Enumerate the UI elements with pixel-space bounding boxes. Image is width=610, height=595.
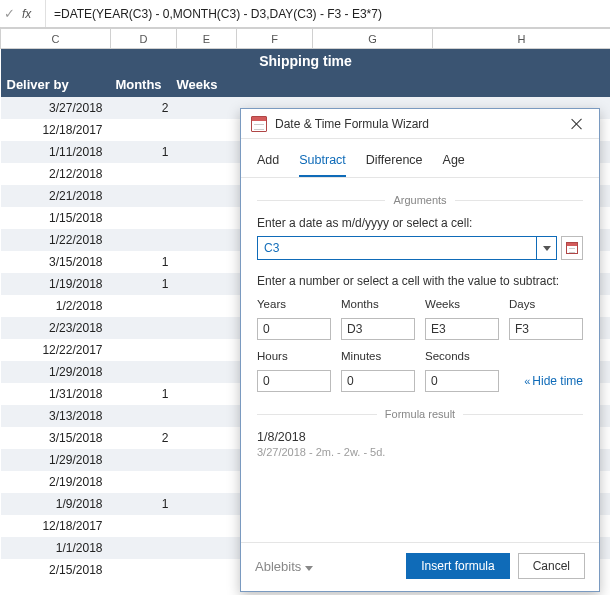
col-header[interactable]: H <box>433 29 611 49</box>
subtract-values-label: Enter a number or select a cell with the… <box>257 274 583 288</box>
th-deliver: Deliver by <box>1 73 111 97</box>
date-cell-input[interactable]: C3 <box>257 236 537 260</box>
tab-add[interactable]: Add <box>257 149 279 177</box>
cell-months[interactable] <box>111 119 177 141</box>
cell-months[interactable] <box>111 295 177 317</box>
cell-deliver[interactable]: 1/19/2018 <box>1 273 111 295</box>
cell-months[interactable] <box>111 207 177 229</box>
hours-input[interactable] <box>257 370 331 392</box>
cell-months[interactable] <box>111 515 177 537</box>
cell-deliver[interactable]: 2/12/2018 <box>1 163 111 185</box>
cell-deliver[interactable]: 3/27/2018 <box>1 97 111 119</box>
months-input[interactable] <box>341 318 415 340</box>
cell-deliver[interactable]: 1/29/2018 <box>1 449 111 471</box>
section-result: Formula result <box>257 408 583 420</box>
months-label: Months <box>341 298 415 310</box>
cell-deliver[interactable]: 3/15/2018 <box>1 251 111 273</box>
th-months: Months <box>111 73 177 97</box>
fx-button[interactable]: fx <box>18 0 46 27</box>
cell-deliver[interactable]: 12/18/2017 <box>1 119 111 141</box>
section-arguments: Arguments <box>257 194 583 206</box>
chevron-down-icon <box>305 559 313 574</box>
cell-months[interactable]: 1 <box>111 141 177 163</box>
result-value: 1/8/2018 <box>257 430 583 444</box>
weeks-input[interactable] <box>425 318 499 340</box>
table-header-row: Deliver by Months Weeks <box>1 73 611 97</box>
worksheet: C D E F G H Shipping time Deliver by Mon… <box>0 28 610 50</box>
minutes-input[interactable] <box>341 370 415 392</box>
cell-deliver[interactable]: 12/22/2017 <box>1 339 111 361</box>
cell-deliver[interactable]: 1/2/2018 <box>1 295 111 317</box>
cell-months[interactable]: 2 <box>111 427 177 449</box>
cell-deliver[interactable]: 3/13/2018 <box>1 405 111 427</box>
dialog-date-time-wizard: Date & Time Formula Wizard Add Subtract … <box>240 108 600 592</box>
column-headers: C D E F G H <box>1 29 611 49</box>
hide-time-link[interactable]: « Hide time <box>524 374 583 388</box>
years-label: Years <box>257 298 331 310</box>
cell-deliver[interactable]: 1/1/2018 <box>1 537 111 559</box>
insert-formula-button[interactable]: Insert formula <box>406 553 509 579</box>
col-header[interactable]: D <box>111 29 177 49</box>
cell-months[interactable] <box>111 339 177 361</box>
days-label: Days <box>509 298 583 310</box>
cell-deliver[interactable]: 2/23/2018 <box>1 317 111 339</box>
dialog-body: Arguments Enter a date as m/d/yyyy or se… <box>241 178 599 542</box>
calendar-icon <box>251 116 267 132</box>
tab-subtract[interactable]: Subtract <box>299 149 346 177</box>
cell-months[interactable]: 2 <box>111 97 177 119</box>
cell-deliver[interactable]: 2/15/2018 <box>1 559 111 581</box>
col-header[interactable]: E <box>177 29 237 49</box>
col-header[interactable]: F <box>237 29 313 49</box>
years-input[interactable] <box>257 318 331 340</box>
tab-age[interactable]: Age <box>443 149 465 177</box>
cell-deliver[interactable]: 1/15/2018 <box>1 207 111 229</box>
cell-months[interactable]: 1 <box>111 251 177 273</box>
chevron-down-icon <box>543 246 551 251</box>
cell-months[interactable] <box>111 449 177 471</box>
cell-months[interactable] <box>111 405 177 427</box>
formula-input[interactable]: =DATE(YEAR(C3) - 0,MONTH(C3) - D3,DAY(C3… <box>46 7 610 21</box>
cell-deliver[interactable]: 1/11/2018 <box>1 141 111 163</box>
cell-months[interactable] <box>111 317 177 339</box>
cell-months[interactable] <box>111 471 177 493</box>
days-input[interactable] <box>509 318 583 340</box>
date-dropdown-button[interactable] <box>537 236 557 260</box>
cell-deliver[interactable]: 12/18/2017 <box>1 515 111 537</box>
cell-deliver[interactable]: 1/9/2018 <box>1 493 111 515</box>
dialog-titlebar[interactable]: Date & Time Formula Wizard <box>241 109 599 139</box>
hours-label: Hours <box>257 350 331 362</box>
ablebits-brand-menu[interactable]: Ablebits <box>255 559 313 574</box>
cell-months[interactable] <box>111 163 177 185</box>
cell-months[interactable] <box>111 559 177 581</box>
col-header[interactable]: C <box>1 29 111 49</box>
close-icon <box>570 117 584 131</box>
tab-difference[interactable]: Difference <box>366 149 423 177</box>
dialog-footer: Ablebits Insert formula Cancel <box>241 542 599 591</box>
cell-deliver[interactable]: 1/22/2018 <box>1 229 111 251</box>
cell-months[interactable]: 1 <box>111 383 177 405</box>
cell-deliver[interactable]: 2/21/2018 <box>1 185 111 207</box>
cell-months[interactable] <box>111 229 177 251</box>
date-field-label: Enter a date as m/d/yyyy or select a cel… <box>257 216 583 230</box>
cell-months[interactable]: 1 <box>111 493 177 515</box>
dialog-title: Date & Time Formula Wizard <box>275 117 563 131</box>
cell-months[interactable] <box>111 185 177 207</box>
cell-months[interactable] <box>111 361 177 383</box>
weeks-label: Weeks <box>425 298 499 310</box>
col-header[interactable]: G <box>313 29 433 49</box>
seconds-label: Seconds <box>425 350 499 362</box>
close-button[interactable] <box>563 112 591 136</box>
cell-picker-icon <box>566 242 578 254</box>
cell-months[interactable] <box>111 537 177 559</box>
cell-deliver[interactable]: 3/15/2018 <box>1 427 111 449</box>
cell-deliver[interactable]: 1/29/2018 <box>1 361 111 383</box>
seconds-input[interactable] <box>425 370 499 392</box>
cancel-button[interactable]: Cancel <box>518 553 585 579</box>
chevron-left-double-icon: « <box>524 375 526 387</box>
cell-months[interactable]: 1 <box>111 273 177 295</box>
cell-deliver[interactable]: 1/31/2018 <box>1 383 111 405</box>
cell-deliver[interactable]: 2/19/2018 <box>1 471 111 493</box>
cell-picker-button[interactable] <box>561 236 583 260</box>
formula-result: 1/8/2018 3/27/2018 - 2m. - 2w. - 5d. <box>257 430 583 458</box>
formula-accept-icon[interactable]: ✓ <box>0 6 18 21</box>
